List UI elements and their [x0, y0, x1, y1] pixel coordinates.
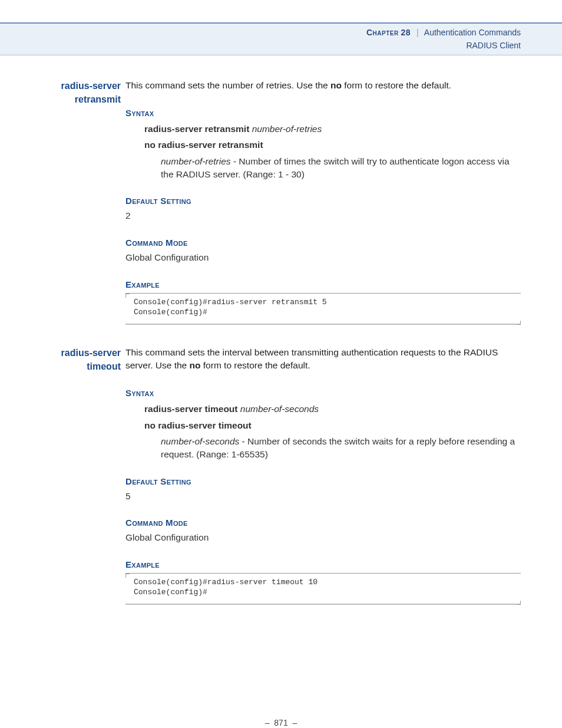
command-body: This command sets the number of retries.…	[125, 79, 521, 325]
default-heading: Default Setting	[125, 475, 521, 487]
syntax-no-line: no radius-server retransmit	[144, 139, 521, 151]
syntax-no-keyword: no radius-server timeout	[144, 420, 252, 430]
syntax-no-line: no radius-server timeout	[144, 419, 521, 432]
syntax-heading: Syntax	[125, 107, 521, 119]
page-header: Chapter 28 | Authentication Commands RAD…	[0, 22, 562, 55]
default-value: 5	[125, 490, 521, 503]
example-heading: Example	[125, 558, 521, 571]
desc-text: This command sets the number of retries.…	[125, 80, 330, 90]
header-separator: |	[416, 28, 419, 37]
page-number: 871	[274, 718, 287, 727]
param-description: number-of-seconds - Number of seconds th…	[161, 435, 521, 460]
command-name: radius-server timeout	[41, 346, 125, 605]
page-footer: – 871 –	[0, 717, 562, 728]
param-description: number-of-retries - Number of times the …	[161, 155, 521, 180]
default-heading: Default Setting	[125, 195, 521, 207]
syntax-keyword: radius-server retransmit	[144, 124, 249, 134]
chapter-number: 28	[401, 28, 411, 37]
page-content: radius-server retransmit This command se…	[0, 55, 562, 605]
syntax-line: radius-server timeout number-of-seconds	[144, 403, 521, 416]
mode-value: Global Configuration	[125, 251, 521, 264]
default-value: 2	[125, 209, 521, 222]
header-subtitle: RADIUS Client	[0, 40, 521, 52]
desc-text: form to restore the default.	[342, 80, 451, 90]
param-arg: number-of-seconds	[161, 436, 239, 446]
desc-text: This command sets the interval between t…	[125, 347, 498, 370]
mode-heading: Command Mode	[125, 516, 521, 529]
syntax-no-keyword: no radius-server retransmit	[144, 140, 263, 150]
command-entry: radius-server retransmit This command se…	[41, 79, 521, 325]
example-code-block: Console(config)#radius-server timeout 10…	[125, 573, 521, 605]
example-code-block: Console(config)#radius-server retransmit…	[125, 293, 521, 325]
command-body: This command sets the interval between t…	[125, 346, 521, 605]
chapter-word: Chapter	[366, 28, 399, 37]
example-heading: Example	[125, 278, 521, 291]
desc-text: form to restore the default.	[200, 360, 310, 370]
chapter-title: Authentication Commands	[424, 28, 521, 37]
command-entry: radius-server timeout This command sets …	[41, 346, 521, 605]
syntax-argument: number-of-seconds	[240, 404, 319, 414]
command-description: This command sets the interval between t…	[125, 346, 521, 373]
header-line-1: Chapter 28 | Authentication Commands	[0, 27, 521, 39]
syntax-heading: Syntax	[125, 387, 521, 399]
mode-value: Global Configuration	[125, 531, 521, 544]
command-name: radius-server retransmit	[41, 79, 125, 325]
param-arg: number-of-retries	[161, 156, 231, 166]
desc-bold: no	[330, 80, 342, 90]
command-description: This command sets the number of retries.…	[125, 79, 521, 92]
syntax-line: radius-server retransmit number-of-retri…	[144, 123, 521, 136]
mode-heading: Command Mode	[125, 236, 521, 249]
syntax-keyword: radius-server timeout	[144, 404, 238, 414]
footer-dash: –	[265, 718, 270, 727]
syntax-argument: number-of-retries	[252, 124, 322, 134]
document-page: Chapter 28 | Authentication Commands RAD…	[0, 22, 562, 728]
footer-dash: –	[292, 718, 297, 727]
desc-bold: no	[190, 360, 201, 370]
